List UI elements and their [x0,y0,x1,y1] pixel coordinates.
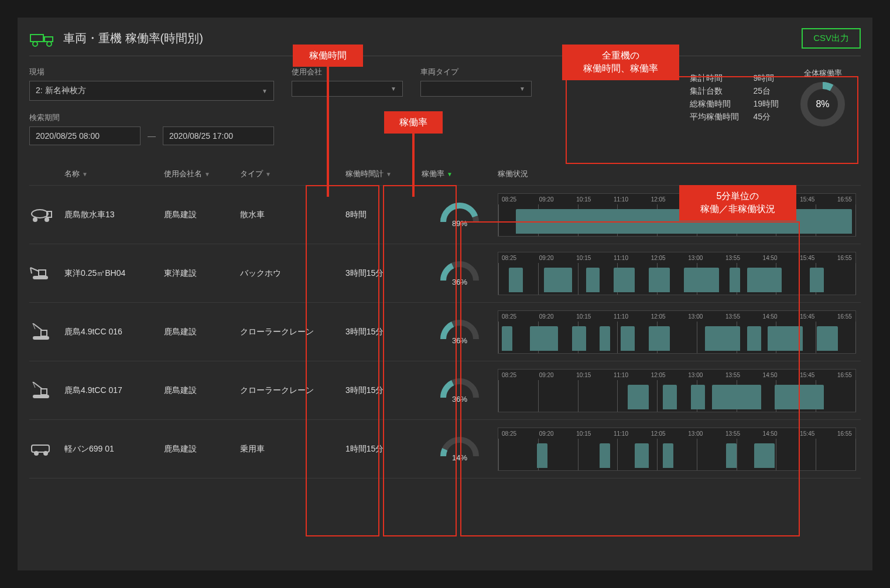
summary-key: 総稼働時間 [690,99,739,110]
chevron-down-icon: ▼ [262,88,268,94]
crane-icon [29,323,64,341]
row-rate-gauge: 36% [422,260,498,286]
col-company[interactable]: 使用会社名▼ [164,169,240,179]
row-type: 乗用車 [240,444,345,454]
row-type: 散水車 [240,210,345,220]
row-name: 鹿島4.9tCC 016 [64,327,164,337]
chevron-down-icon: ▼ [391,86,396,92]
svg-rect-22 [32,445,49,452]
summary-value: 45分 [753,112,779,122]
overall-rate-donut: 8% [799,81,846,128]
row-runtime: 3時間15分 [345,327,422,337]
svg-point-9 [44,217,49,222]
row-rate-gauge: 36% [422,319,498,345]
csv-export-button[interactable]: CSV出力 [802,28,861,49]
svg-rect-0 [30,35,43,42]
table-row: 軽バン699 01 鹿島建設 乗用車 1時間15分 14% 08:2509:20… [29,420,861,478]
svg-rect-19 [41,389,47,395]
type-select[interactable]: ▼ [420,81,532,97]
col-rate[interactable]: 稼働率▼ [422,169,498,179]
col-type[interactable]: タイプ▼ [240,169,345,179]
row-name: 鹿島散水車13 [64,210,164,220]
svg-point-8 [33,217,37,222]
table-header: 名称▼ 使用会社名▼ タイプ▼ 稼働時間計▼ 稼働率▼ 稼働状況 [29,163,861,186]
summary-value: 9時間 [753,73,779,84]
row-name: 軽バン699 01 [64,444,164,454]
row-company: 鹿島建設 [164,385,240,396]
callout-runtime: 稼働時間 [293,45,363,67]
company-select[interactable]: ▼ [292,81,403,97]
excavator-icon [29,265,64,282]
overall-rate-label: 全体稼働率 [796,68,849,78]
row-company: 鹿島建設 [164,210,240,220]
crane-icon [29,382,64,399]
activity-timeline: 08:2509:2010:1511:1012:0513:0013:5514:50… [498,252,856,295]
activity-timeline: 08:2509:2010:1511:1012:0513:0013:5514:50… [498,310,856,354]
col-name[interactable]: 名称▼ [64,169,164,179]
summary-panel: 集計時間9時間集計台数25台総稼働時間19時間平均稼働時間45分 全体稼働率 8… [678,62,861,134]
callout-activity: 5分単位の 稼働／非稼働状況 [679,185,796,221]
row-runtime: 3時間15分 [345,385,422,396]
tanker-icon [29,207,64,223]
summary-key: 平均稼働時間 [690,112,739,122]
overall-rate-value: 8% [799,81,846,128]
col-runtime[interactable]: 稼働時間計▼ [345,169,422,179]
row-runtime: 3時間15分 [345,268,422,279]
svg-point-6 [32,210,48,218]
row-rate-gauge: 36% [422,377,498,404]
filter-bar: 現場 2: 新名神枚方 ▼ 検索期間 2020/08/25 08:00 — 20… [29,56,861,151]
site-select[interactable]: 2: 新名神枚方 ▼ [29,81,274,101]
row-company: 鹿島建設 [164,444,240,454]
range-dash: — [148,131,156,141]
svg-point-24 [43,451,48,456]
callout-summary: 全重機の 稼働時間、稼働率 [562,45,679,80]
row-runtime: 8時間 [345,210,422,220]
type-label: 車両タイプ [420,67,532,77]
row-rate-gauge: 14% [422,436,498,462]
row-name: 東洋0.25㎥BH04 [64,268,164,279]
svg-rect-11 [39,270,46,276]
row-rate-gauge: 89% [422,201,498,228]
header: 車両・重機 稼働率(時間別) CSV出力 [29,23,861,56]
period-label: 検索期間 [29,112,274,123]
dump-truck-icon [29,30,55,47]
svg-point-2 [33,42,37,46]
summary-value: 25台 [753,86,779,97]
table-row: 鹿島4.9tCC 017 鹿島建設 クローラークレーン 3時間15分 36% 0… [29,361,861,420]
callout-rate: 稼働率 [384,111,443,134]
row-company: 東洋建設 [164,268,240,279]
svg-rect-15 [41,330,47,336]
summary-value: 19時間 [753,99,779,110]
page-title: 車両・重機 稼働率(時間別) [63,30,203,46]
period-to-input[interactable]: 2020/08/25 17:00 [163,127,274,145]
row-company: 鹿島建設 [164,327,240,337]
svg-point-23 [34,451,39,456]
row-type: バックホウ [240,268,345,279]
table-row: 鹿島4.9tCC 016 鹿島建設 クローラークレーン 3時間15分 36% 0… [29,303,861,361]
row-type: クローラークレーン [240,385,345,396]
company-label: 使用会社 [292,67,403,77]
row-name: 鹿島4.9tCC 017 [64,385,164,396]
site-label: 現場 [29,67,274,77]
van-icon [29,442,64,457]
col-activity: 稼働状況 [498,169,861,179]
activity-timeline: 08:2509:2010:1511:1012:0513:0013:5514:50… [498,193,856,237]
activity-timeline: 08:2509:2010:1511:1012:0513:0013:5514:50… [498,369,856,412]
chevron-down-icon: ▼ [519,86,525,92]
period-from-input[interactable]: 2020/08/25 08:00 [29,127,141,145]
site-value: 2: 新名神枚方 [36,86,86,96]
svg-rect-1 [44,37,53,42]
svg-point-3 [47,42,52,46]
row-type: クローラークレーン [240,327,345,337]
row-runtime: 1時間15分 [345,444,422,454]
activity-timeline: 08:2509:2010:1511:1012:0513:0013:5514:50… [498,428,856,471]
summary-key: 集計台数 [690,86,739,97]
summary-key: 集計時間 [690,73,739,84]
table-row: 東洋0.25㎥BH04 東洋建設 バックホウ 3時間15分 36% 08:250… [29,244,861,303]
svg-line-12 [30,268,39,271]
